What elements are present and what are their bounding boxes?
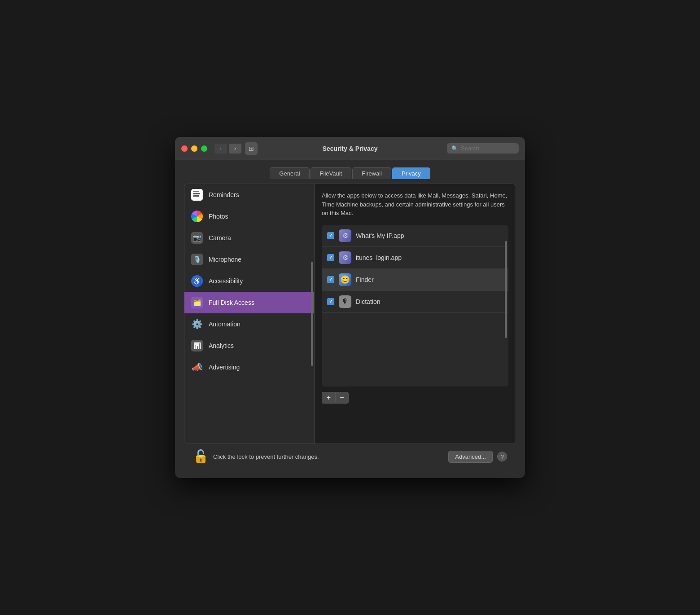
advanced-button[interactable]: Advanced... [448,451,493,463]
checkmark-icon: ✓ [329,299,333,304]
search-icon: 🔍 [451,145,458,152]
sidebar-label-fulldisk: Full Disk Access [209,299,254,306]
sidebar-item-reminders[interactable]: Reminders [184,184,314,206]
app-item-partial [322,313,508,326]
app-name-itunes-login: itunes_login.app [356,254,402,261]
forward-button[interactable]: › [229,144,241,154]
checkbox-finder[interactable]: ✓ [327,276,334,283]
sidebar-label-advertising: Advertising [209,364,240,371]
app-item-whats-my-ip[interactable]: ✓ ⚙ What's My IP.app [322,225,508,247]
app-name-finder: Finder [356,276,374,283]
search-input[interactable] [461,145,514,152]
sidebar-item-advertising[interactable]: 📣 Advertising [184,356,314,378]
sidebar: Reminders Photos 📷 Camera [184,184,315,444]
sidebar-item-camera[interactable]: 📷 Camera [184,227,314,249]
right-panel: Allow the apps below to access data like… [315,184,516,444]
bottom-right: Advanced... ? [448,451,507,463]
content-area: Reminders Photos 📷 Camera [175,179,525,478]
back-button[interactable]: ‹ [214,144,227,154]
tabs-bar: General FileVault Firewall Privacy [175,160,525,179]
minimize-button[interactable] [191,145,197,152]
sidebar-item-automation[interactable]: ⚙️ Automation [184,313,314,335]
microphone-icon: 🎙️ [191,253,203,266]
add-app-button[interactable]: + [322,392,335,404]
sidebar-item-accessibility[interactable]: ♿ Accessibility [184,270,314,292]
sidebar-item-microphone[interactable]: 🎙️ Microphone [184,249,314,270]
analytics-icon: 📊 [191,339,203,352]
window-title: Security & Privacy [323,145,378,152]
nav-buttons: ‹ › [214,144,241,154]
sidebar-label-automation: Automation [209,321,241,328]
main-panel: Reminders Photos 📷 Camera [184,184,516,444]
main-window: ‹ › ⊞ Security & Privacy 🔍 General FileV… [175,137,525,478]
accessibility-icon: ♿ [191,275,203,287]
lock-area: 🔓 Click the lock to prevent further chan… [193,450,319,463]
app-list: ✓ ⚙ What's My IP.app ✓ ⚙ [322,225,508,387]
tab-general[interactable]: General [270,167,309,179]
checkbox-dictation[interactable]: ✓ [327,298,334,305]
grid-button[interactable]: ⊞ [245,142,258,155]
app-name-dictation: Dictation [356,298,380,305]
sidebar-label-microphone: Microphone [209,256,241,263]
checkbox-itunes-login[interactable]: ✓ [327,254,334,261]
finder-icon: 😊 [339,273,351,286]
app-item-dictation[interactable]: ✓ 🎙 Dictation [322,291,508,313]
gear-icon: ⚙ [339,229,351,242]
photos-icon [191,210,203,223]
tab-firewall[interactable]: Firewall [352,167,391,179]
sidebar-label-analytics: Analytics [209,342,234,349]
gear-icon: ⚙ [339,251,351,264]
checkmark-icon: ✓ [329,233,333,238]
automation-icon: ⚙️ [191,318,203,330]
app-name-whats-my-ip: What's My IP.app [356,232,404,239]
fulldisk-icon: 🗂️ [191,296,203,309]
reminders-icon [191,189,203,201]
sidebar-scrollbar[interactable] [311,262,313,365]
sidebar-label-reminders: Reminders [209,191,239,198]
titlebar: ‹ › ⊞ Security & Privacy 🔍 [175,137,525,160]
add-remove-buttons: + − [322,392,508,404]
traffic-lights [181,145,207,152]
remove-app-button[interactable]: − [335,392,349,404]
app-list-scrollbar[interactable] [505,241,507,338]
camera-icon: 📷 [191,232,203,244]
dictation-icon: 🎙 [339,295,351,308]
tab-privacy[interactable]: Privacy [392,167,430,179]
app-item-itunes-login[interactable]: ✓ ⚙ itunes_login.app [322,247,508,269]
whats-my-ip-icon: ⚙ [339,229,351,242]
description-text: Allow the apps below to access data like… [322,191,508,218]
tab-filevault[interactable]: FileVault [311,167,352,179]
help-button[interactable]: ? [497,452,507,461]
sidebar-label-camera: Camera [209,234,231,242]
bottom-bar: 🔓 Click the lock to prevent further chan… [184,444,516,469]
close-button[interactable] [181,145,188,152]
checkmark-icon: ✓ [329,255,333,260]
sidebar-label-accessibility: Accessibility [209,277,243,285]
checkmark-icon: ✓ [329,277,333,282]
search-box[interactable]: 🔍 [447,143,519,154]
lock-icon[interactable]: 🔓 [193,450,209,463]
sidebar-label-photos: Photos [209,213,228,220]
maximize-button[interactable] [201,145,207,152]
itunes-login-icon: ⚙ [339,251,351,264]
sidebar-item-analytics[interactable]: 📊 Analytics [184,335,314,356]
advertising-icon: 📣 [191,361,203,373]
sidebar-item-photos[interactable]: Photos [184,206,314,227]
checkbox-whats-my-ip[interactable]: ✓ [327,232,334,239]
lock-text: Click the lock to prevent further change… [213,453,319,460]
app-item-finder[interactable]: ✓ 😊 Finder [322,269,508,291]
sidebar-item-fulldisk[interactable]: 🗂️ Full Disk Access [184,292,314,313]
